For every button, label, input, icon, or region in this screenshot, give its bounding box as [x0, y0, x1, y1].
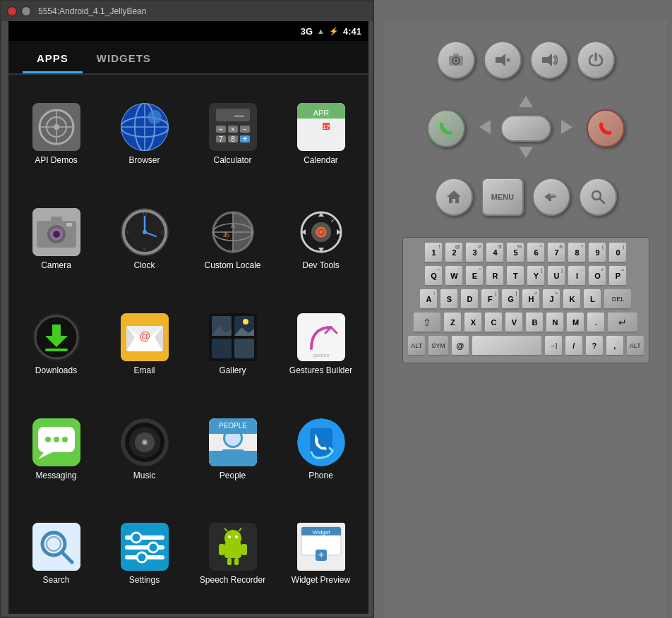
email-label: Email [133, 365, 155, 375]
svg-point-69 [319, 230, 323, 234]
key-n[interactable]: N [546, 312, 564, 333]
key-y[interactable]: {Y [527, 265, 545, 286]
dpad-down-button[interactable] [517, 145, 534, 162]
app-item-gestures-builder[interactable]: gesture Gestures Builder [277, 292, 365, 397]
key-del[interactable]: DEL [604, 289, 632, 310]
vol-down-button[interactable] [484, 41, 522, 79]
search-nav-button[interactable] [579, 178, 617, 216]
key-i[interactable]: -I [568, 265, 586, 286]
app-item-downloads[interactable]: Downloads [12, 292, 100, 397]
app-item-music[interactable]: Music [100, 396, 188, 502]
app-item-phone[interactable]: Phone [277, 396, 365, 502]
tab-widgets[interactable]: WIDGETS [83, 45, 165, 73]
key-8[interactable]: *8 [568, 242, 586, 263]
key-9[interactable]: (9 [588, 242, 606, 263]
gallery-icon [209, 313, 257, 361]
svg-text:−: − [243, 126, 247, 133]
dpad-up-button[interactable] [517, 95, 534, 111]
svg-rect-39 [332, 133, 340, 140]
key-5[interactable]: %5 [506, 242, 524, 263]
key-z[interactable]: Z [443, 312, 462, 333]
app-item-speech-recorder[interactable]: Speech Recorder [188, 502, 277, 607]
key-w[interactable]: `W [445, 265, 463, 286]
key-v[interactable]: V [505, 312, 523, 333]
key-o[interactable]: +O [588, 265, 606, 286]
minimize-button[interactable] [21, 6, 31, 16]
app-item-messaging[interactable]: Messaging [12, 396, 100, 502]
end-call-button[interactable] [587, 109, 625, 147]
home-button[interactable] [435, 178, 473, 216]
app-item-browser[interactable]: Browser [100, 82, 188, 187]
key-2[interactable]: @2 [445, 242, 463, 263]
key-l[interactable]: :L [583, 289, 601, 310]
dpad-right-button[interactable] [560, 119, 574, 138]
key-j[interactable]: >J [542, 289, 560, 310]
tab-apps[interactable]: APPS [23, 45, 83, 73]
app-item-clock[interactable]: 12 3 6 9 Clock [100, 187, 188, 292]
key-alt-left[interactable]: ALT [407, 335, 426, 356]
key-d[interactable]: D [460, 289, 479, 310]
app-item-calendar[interactable]: APR 17 Calendar [277, 82, 365, 187]
key-alt-right[interactable]: ALT [626, 335, 644, 356]
app-item-calculator[interactable]: — ÷ × − 7 8 + Calculat [188, 82, 277, 187]
key-x[interactable]: X [464, 312, 482, 333]
app-item-people[interactable]: PEOPLE People [188, 396, 277, 502]
dpad-center-button[interactable] [500, 115, 551, 142]
messaging-icon [32, 418, 80, 466]
back-button[interactable] [532, 178, 570, 216]
app-item-dev-tools[interactable]: Dev Tools [277, 187, 365, 292]
clock-label: Clock [133, 260, 155, 270]
gallery-label: Gallery [219, 365, 246, 375]
app-item-email[interactable]: @ Email [100, 292, 188, 397]
close-button[interactable] [7, 6, 17, 16]
key-slash[interactable]: / [565, 335, 583, 356]
key-k[interactable]: K [563, 289, 581, 310]
camera-button[interactable] [437, 41, 475, 79]
svg-rect-126 [241, 544, 247, 555]
key-question[interactable]: ? [585, 335, 604, 356]
key-t[interactable]: T [506, 265, 524, 286]
svg-rect-125 [219, 544, 224, 555]
key-h[interactable]: <H [522, 289, 540, 310]
key-enter[interactable]: ↵ [607, 312, 638, 333]
app-item-settings[interactable]: Settings [100, 502, 188, 607]
key-r[interactable]: R [486, 265, 504, 286]
key-6[interactable]: ^6 [527, 242, 545, 263]
key-c[interactable]: C [484, 312, 503, 333]
key-sym[interactable]: SYM [428, 335, 449, 356]
menu-button[interactable]: MENU [481, 178, 524, 216]
key-4[interactable]: $4 [486, 242, 504, 263]
power-button[interactable] [577, 41, 615, 79]
app-item-camera[interactable]: Camera [12, 187, 100, 292]
key-e[interactable]: "E [465, 265, 484, 286]
key-g[interactable]: ]G [501, 289, 520, 310]
app-item-custom-locale[interactable]: A あ Custom Locale [188, 187, 277, 292]
key-at[interactable]: @ [451, 335, 469, 356]
key-s[interactable]: S [440, 289, 458, 310]
key-f[interactable]: [F [481, 289, 499, 310]
key-q[interactable]: ~Q [424, 265, 443, 286]
network-indicator: 3G [301, 26, 313, 37]
app-item-gallery[interactable]: Gallery [188, 292, 277, 397]
key-p[interactable]: =P [608, 265, 627, 286]
key-shift[interactable]: ⇧ [413, 312, 441, 333]
key-comma[interactable]: , [606, 335, 624, 356]
key-7[interactable]: &7 [547, 242, 565, 263]
key-0[interactable]: )0 [608, 242, 627, 263]
key-space[interactable] [472, 335, 542, 356]
app-item-widget-preview[interactable]: Widget + Widget Preview [277, 502, 365, 607]
key-tab-arrow[interactable]: →| [544, 335, 563, 356]
vol-up-button[interactable] [530, 41, 568, 79]
key-a[interactable]: \A [419, 289, 438, 310]
svg-rect-46 [51, 217, 62, 222]
key-b[interactable]: B [525, 312, 544, 333]
dpad-left-button[interactable] [478, 119, 492, 138]
key-1[interactable]: !1 [424, 242, 443, 263]
key-m[interactable]: M [566, 312, 584, 333]
app-item-search[interactable]: Search [12, 502, 100, 607]
key-period[interactable]: . [587, 312, 605, 333]
key-u[interactable]: }U [547, 265, 565, 286]
app-item-api-demos[interactable]: API Demos [12, 82, 100, 187]
key-3[interactable]: #3 [465, 242, 484, 263]
call-button[interactable] [427, 109, 465, 147]
